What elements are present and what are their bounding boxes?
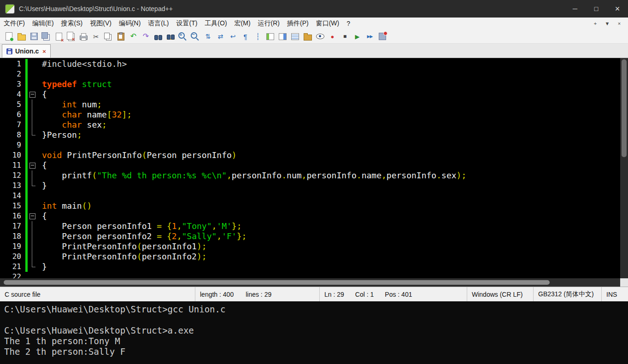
find-icon[interactable] <box>153 31 164 42</box>
run-macro-multiple-icon[interactable]: ▶▶ <box>364 31 376 42</box>
status-encoding: GB2312 (简体中文) <box>538 290 594 299</box>
code-line-10[interactable]: 10void PrintPersonInfo(Person personInfo… <box>0 150 620 160</box>
undo-icon[interactable]: ↶ <box>128 31 139 42</box>
code-text: PrintPersonInfo(personInfo2); <box>42 252 207 262</box>
notepadpp-icon[interactable] <box>6 5 14 13</box>
fold-margin <box>28 110 37 120</box>
code-line-8[interactable]: 8}Person; <box>0 130 620 140</box>
code-line-22[interactable]: 22 <box>0 272 620 278</box>
record-macro-icon[interactable]: ● <box>327 31 338 42</box>
code-line-3[interactable]: 3typedef struct <box>0 79 620 89</box>
fold-margin <box>28 241 37 252</box>
code-line-19[interactable]: 19 PrintPersonInfo(personInfo1); <box>0 241 620 252</box>
cut-icon[interactable]: ✂ <box>90 31 102 42</box>
word-wrap-icon[interactable]: ↩ <box>227 31 239 42</box>
code-line-5[interactable]: 5 int num; <box>0 100 620 110</box>
code-line-1[interactable]: 1#include<stdio.h> <box>0 59 620 69</box>
document-list-icon[interactable] <box>289 31 301 42</box>
maximize-button[interactable]: □ <box>586 0 607 18</box>
terminal-line <box>4 315 628 325</box>
save-icon[interactable] <box>28 31 40 42</box>
horizontal-scrollbar[interactable] <box>0 278 620 287</box>
line-number: 2 <box>0 69 25 79</box>
code-line-2[interactable]: 2 <box>0 69 620 79</box>
code-line-16[interactable]: 16{ <box>0 211 620 221</box>
code-line-21[interactable]: 21} <box>0 262 620 272</box>
fold-collapse-icon[interactable] <box>28 160 37 170</box>
code-line-12[interactable]: 12 printf("The %d th person:%s %c\n",per… <box>0 170 620 181</box>
menu-edit[interactable]: 编辑(E) <box>29 18 58 29</box>
line-number: 21 <box>0 262 25 272</box>
save-macro-icon[interactable] <box>376 31 388 42</box>
terminal-window[interactable]: C:\Users\Huawei\Desktop\Struct>gcc Union… <box>0 301 628 364</box>
code-line-6[interactable]: 6 char name[32]; <box>0 110 620 120</box>
vertical-scrollbar[interactable] <box>620 58 628 278</box>
tab-union-c[interactable]: Union.c × <box>2 44 51 58</box>
code-line-9[interactable]: 9 <box>0 140 620 150</box>
menu-view[interactable]: 视图(V) <box>86 18 115 29</box>
stop-recording-icon[interactable]: ■ <box>339 31 351 42</box>
menu-encoding[interactable]: 编码(N) <box>115 18 144 29</box>
open-icon[interactable] <box>16 31 27 42</box>
code-area[interactable]: 1#include<stdio.h>23typedef struct4{5 in… <box>0 58 620 278</box>
zoom-in-icon[interactable] <box>177 31 189 42</box>
status-eol-format: Windows (CR LF) <box>472 291 522 298</box>
accelerator-close-button[interactable]: × <box>614 19 624 28</box>
fold-collapse-icon[interactable] <box>28 211 37 221</box>
code-line-17[interactable]: 17 Person personInfo1 = {1,"Tony",'M'}; <box>0 221 620 231</box>
menu-tools[interactable]: 工具(O) <box>201 18 230 29</box>
code-line-18[interactable]: 18 Person personInfo2 = {2,"Sally",'F'}; <box>0 231 620 241</box>
show-all-characters-icon[interactable]: ¶ <box>240 31 251 42</box>
sync-horizontal-icon[interactable]: ⇄ <box>215 31 226 42</box>
print-icon[interactable] <box>78 31 89 42</box>
minimize-button[interactable]: ─ <box>564 0 586 18</box>
sync-vertical-icon[interactable]: ⇅ <box>202 31 214 42</box>
folder-as-workspace-icon[interactable] <box>302 31 313 42</box>
horizontal-scrollbar-thumb[interactable] <box>4 280 550 285</box>
code-line-14[interactable]: 14 <box>0 191 620 201</box>
close-file-icon[interactable] <box>53 31 65 42</box>
function-list-icon[interactable] <box>264 31 276 42</box>
menu-file[interactable]: 文件(F) <box>0 18 29 29</box>
menu-plugins[interactable]: 插件(P) <box>283 18 312 29</box>
menu-macro[interactable]: 宏(M) <box>231 18 254 29</box>
code-line-4[interactable]: 4{ <box>0 89 620 100</box>
code-line-11[interactable]: 11{ <box>0 160 620 170</box>
paste-icon[interactable] <box>115 31 127 42</box>
vertical-scrollbar-thumb[interactable] <box>622 59 627 157</box>
close-all-icon[interactable] <box>65 31 77 42</box>
line-number: 19 <box>0 241 25 252</box>
menu-language[interactable]: 语言(L) <box>144 18 172 29</box>
title-bar[interactable]: C:\Users\Huawei\Desktop\Struct\Union.c -… <box>0 0 628 18</box>
menu-run[interactable]: 运行(R) <box>254 18 283 29</box>
menu-search[interactable]: 搜索(S) <box>58 18 87 29</box>
accelerator-plus-button[interactable]: + <box>590 19 600 28</box>
document-map-icon[interactable] <box>277 31 288 42</box>
tab-close-icon[interactable]: × <box>42 48 46 55</box>
status-insert-mode[interactable]: INS <box>606 291 617 298</box>
new-file-icon[interactable] <box>3 31 15 42</box>
redo-icon[interactable]: ↷ <box>140 31 152 42</box>
editor[interactable]: 1#include<stdio.h>23typedef struct4{5 in… <box>0 58 628 278</box>
replace-icon[interactable] <box>165 31 176 42</box>
code-text: #include<stdio.h> <box>42 59 127 69</box>
code-line-13[interactable]: 13} <box>0 181 620 191</box>
code-text: }Person; <box>42 130 82 140</box>
fold-collapse-icon[interactable] <box>28 89 37 100</box>
menu-help[interactable]: ? <box>343 18 354 29</box>
monitoring-icon[interactable] <box>314 31 326 42</box>
copy-icon[interactable] <box>103 31 114 42</box>
toolbar: ✂↶↷⇅⇄↩¶┆●■▶▶▶ <box>0 29 628 44</box>
zoom-out-icon[interactable] <box>190 31 201 42</box>
indent-guide-icon[interactable]: ┆ <box>252 31 264 42</box>
menu-window[interactable]: 窗口(W) <box>312 18 343 29</box>
code-line-15[interactable]: 15int main() <box>0 201 620 211</box>
close-button[interactable]: × <box>607 0 628 18</box>
fold-margin <box>28 201 37 211</box>
menu-settings[interactable]: 设置(T) <box>172 18 201 29</box>
playback-macro-icon[interactable]: ▶ <box>352 31 363 42</box>
accelerator-dropdown-button[interactable]: ▼ <box>602 19 612 28</box>
code-line-20[interactable]: 20 PrintPersonInfo(personInfo2); <box>0 252 620 262</box>
save-all-icon[interactable] <box>41 31 52 42</box>
code-line-7[interactable]: 7 char sex; <box>0 120 620 130</box>
